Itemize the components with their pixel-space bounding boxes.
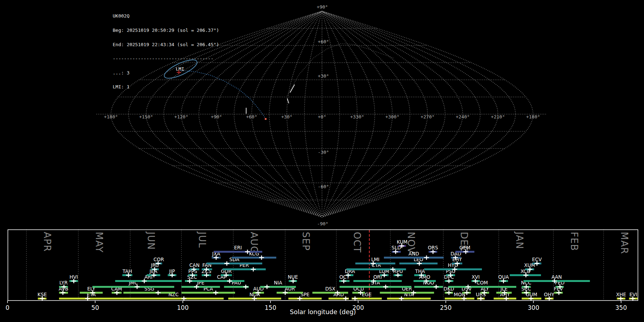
shower-bar-KCG [232,257,276,258]
latitude-label: +30° [318,73,329,79]
shower-bar-DSX [312,292,348,294]
shower-label-GEM: GEM [459,245,470,250]
shower-label-CAN: CAN [189,262,200,268]
shower-label-ERI: ERI [234,245,242,250]
shower-bar-NTA [387,298,431,299]
shower-peak-KCG [259,255,264,260]
x-tick-label: 50 [91,304,99,311]
longitude-label: +60° [246,114,257,119]
separator-line: ------------------------------------ [113,56,219,61]
shower-peak-NTA [399,297,404,301]
longitude-label: +120° [174,114,188,119]
shower-bar-SPE [288,298,322,299]
month-label-JUL: JUL [197,231,208,248]
x-tick-label: 0 [6,304,10,311]
shower-bar-SDA [206,263,262,264]
latitude-label: -30° [318,150,329,155]
shower-label-XVI: XVI [472,274,479,280]
x-tick-label: 250 [440,304,452,311]
shower-bar-CTA [346,268,406,270]
station-id: UK002Q [113,14,219,18]
shower-label-EVI: EVI [629,292,637,297]
x-axis-title: Solar longitude (deg) [290,308,356,316]
shower-peak-ARD [343,297,348,301]
month-label-SEP: SEP [301,232,311,251]
shower-bar-ETA [59,298,123,299]
shower-peak-STA [383,285,388,289]
pole-label: -90° [317,221,328,226]
shower-peak-SSG [156,291,161,295]
shower-bar-ARI [115,280,182,282]
longitude-label: +240° [456,114,470,119]
shower-bar-NOO [414,286,443,288]
longitude-label: +180° [526,114,540,119]
longitude-label: +330° [350,114,364,119]
shower-label-XHE: XHE [616,292,626,297]
longitude-label: +0° [318,114,326,119]
begin-time: Beg: 20251019 20:50:29 (sol = 206.37°) [113,28,219,33]
observation-info-panel: UK002Q Beg: 20251019 20:50:29 (sol = 206… [113,4,219,99]
longitude-label: +300° [385,114,399,119]
x-tick-label: 100 [177,304,189,311]
month-label-APR: APR [42,232,53,252]
shower-label-OHY: OHY [544,292,555,297]
shower-label-NUE: NUE [288,274,298,280]
longitude-label: +30° [281,114,292,119]
month-label-JUN: JUN [146,231,156,250]
x-tick-label: 300 [528,304,539,311]
shower-peak-AND [424,255,429,260]
shower-label-ORS: ORS [428,245,438,250]
month-label-MAY: MAY [94,232,104,253]
longitude-label: +210° [491,114,505,119]
shower-peak-PCA [213,291,218,295]
lmi-count: LMI: 1 [113,84,219,89]
faint-track [286,44,394,97]
shower-label-HVI: HVI [69,274,78,280]
shower-bar-JMC [92,286,174,288]
shower-peak-NZC [181,297,186,301]
shower-label-ECV: ECV [532,257,542,262]
drift-end-dot [265,118,267,120]
shower-bar-OER [380,292,434,294]
x-tick-label: 150 [265,304,276,311]
meteor-plot-canvas: +90°-90°+60°+30°-30°-60°+180°+150°+120°+… [0,0,644,322]
month-label-OCT: OCT [352,232,362,253]
shower-label-JIP: JIP [169,268,175,274]
month-label-MAR: MAR [619,232,630,254]
shower-bar-MON [445,298,474,299]
shower-bar-STA [340,286,411,288]
shower-label-THA: THA [415,268,425,274]
shower-peak-NOO [434,285,439,289]
shower-bar-ORI [353,280,402,282]
shower-label-NIA: NIA [274,280,282,286]
shower-bar-JPE [181,286,220,288]
shower-bar-SSG [123,292,175,294]
shower-label-AAN: AAN [551,274,562,280]
shower-peak-NIA [264,285,269,289]
shower-bar-AUR [277,292,303,294]
shower-label-COR: COR [153,257,164,262]
month-label-JAN: JAN [514,231,525,249]
shower-peak-EGE [352,297,357,301]
shower-bar-AND [384,257,444,258]
latitude-label: -60° [318,184,329,189]
longitude-label: +270° [420,114,434,119]
shower-peak-PER [251,267,256,272]
pole-label: +90° [317,4,328,10]
shower-label-KSE: KSE [38,292,47,297]
shower-bar-NZC [123,298,224,299]
shower-label-QUA: QUA [498,274,509,280]
shower-bar-CAP [199,280,244,282]
month-label-FEB: FEB [569,232,580,251]
shower-label-LYR: LYR [59,280,68,286]
longitude-label: +90° [211,114,222,119]
latitude-label: +60° [318,39,329,44]
shower-label-TAH: TAH [122,268,132,274]
longitude-label: +180° [104,114,118,119]
shower-label-AND: AND [409,251,419,257]
shower-peak-SDA [224,261,229,265]
x-tick-label: 350 [615,304,627,311]
shower-bar-PCA [181,292,235,294]
shower-peak-PAU [243,285,248,289]
shower-label-KUM: KUM [397,239,408,245]
